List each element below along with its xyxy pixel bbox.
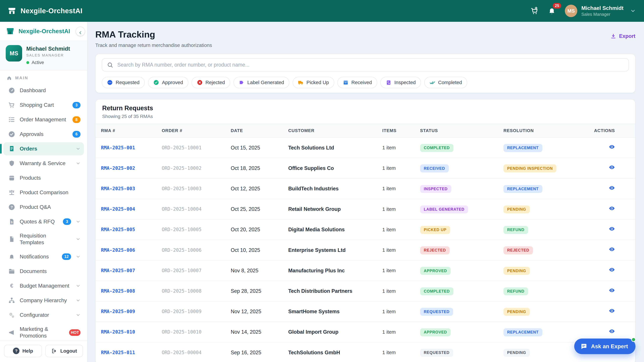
rma-number-link[interactable]: RMA-2025-005 xyxy=(101,227,162,232)
status-badge: APPROVED xyxy=(420,267,451,275)
view-details-eye-icon[interactable] xyxy=(609,205,615,212)
column-header-date: DATE xyxy=(231,128,288,133)
sidebar-footer: ? Help Logout xyxy=(0,340,87,362)
sidebar-item-dashboard[interactable]: Dashboard xyxy=(3,84,84,97)
profile-name: Michael Schmidt xyxy=(26,45,70,52)
sidebar-item-product-comparison[interactable]: Product Comparison xyxy=(3,186,84,199)
filter-chip-inspected[interactable]: Inspected xyxy=(380,77,421,88)
resolution-badge: PENDING xyxy=(504,205,530,214)
resolution-badge: PENDING xyxy=(504,308,530,316)
customer-name: Tech Distribution Partners xyxy=(288,288,382,294)
filter-chip-rejected[interactable]: Rejected xyxy=(192,77,230,88)
sidebar-item-approvals[interactable]: Approvals6 xyxy=(3,128,84,141)
main-content: RMA Tracking Track and manage return mer… xyxy=(88,22,644,362)
export-button[interactable]: Export xyxy=(610,33,635,39)
sidebar-collapse-button[interactable] xyxy=(76,27,85,36)
rma-number-link[interactable]: RMA-2025-004 xyxy=(101,206,162,212)
view-details-eye-icon[interactable] xyxy=(609,185,615,191)
sidebar-item-notifications[interactable]: Notifications12 xyxy=(3,250,84,263)
rma-date: Oct 10, 2025 xyxy=(231,247,288,253)
sidebar-item-products[interactable]: Products xyxy=(3,171,84,185)
filter-chip-label: Approved xyxy=(162,80,183,85)
rma-number-link[interactable]: RMA-2025-007 xyxy=(101,268,162,273)
avatar: MS xyxy=(565,5,577,17)
rma-number-link[interactable]: RMA-2025-011 xyxy=(101,350,162,355)
rma-number-link[interactable]: RMA-2025-002 xyxy=(101,165,162,171)
customer-name: Global Import Group xyxy=(288,329,382,335)
resolution-badge: REPLACEMENT xyxy=(504,185,542,193)
folder-icon xyxy=(8,268,15,275)
resolution-badge: PENDING xyxy=(504,267,530,275)
view-details-eye-icon[interactable] xyxy=(609,164,615,170)
table-row: RMA-2025-010ORD-2025-10010Nov 14, 2025Gl… xyxy=(96,322,635,343)
view-details-eye-icon[interactable] xyxy=(609,328,615,334)
sidebar-item-label: Configurator xyxy=(20,312,71,319)
store-icon xyxy=(6,27,15,36)
filter-chip-label: Rejected xyxy=(206,80,225,85)
sidebar-item-label: Product Comparison xyxy=(20,189,81,196)
page-header: RMA Tracking Track and manage return mer… xyxy=(95,29,635,48)
sidebar-item-configurator[interactable]: ⚙⚙Configurator xyxy=(3,308,84,322)
resolution-badge: REFUND xyxy=(504,226,528,234)
help-button[interactable]: ? Help xyxy=(4,345,42,357)
table-row: RMA-2025-005ORD-2025-10005Oct 20, 2025Di… xyxy=(96,220,635,240)
view-details-eye-icon[interactable] xyxy=(609,226,615,232)
status-badge: REJECTED xyxy=(420,246,450,254)
sidebar-item-marketing-promotions[interactable]: Marketing & PromotionsHOT xyxy=(3,323,84,340)
sidebar-item-requisition-templates[interactable]: Requisition Templates xyxy=(3,230,84,249)
filter-chip-requested[interactable]: Requested xyxy=(102,77,145,88)
topbar-actions: 25 MS Michael Schmidt Sales Manager xyxy=(530,5,636,17)
filter-chip-label-generated[interactable]: Label Generated xyxy=(234,77,289,88)
rma-date: Sep 16, 2025 xyxy=(231,350,288,356)
logout-button[interactable]: Logout xyxy=(45,345,83,357)
view-details-eye-icon[interactable] xyxy=(609,246,615,252)
filter-chip-received[interactable]: Received xyxy=(338,77,377,88)
sidebar-item-product-q-a[interactable]: ?Product Q&A xyxy=(3,200,84,214)
ask-expert-button[interactable]: Ask an Expert xyxy=(574,339,636,354)
table-column-headers: RMA #ORDER #DATECUSTOMERITEMSSTATUSRESOL… xyxy=(96,124,635,138)
sidebar-item-orders[interactable]: Orders xyxy=(3,142,84,155)
table-row: RMA-2025-004ORD-2025-10004Oct 25, 2025Re… xyxy=(96,199,635,220)
notifications-bell-icon[interactable]: 25 xyxy=(548,7,556,15)
user-menu[interactable]: MS Michael Schmidt Sales Manager xyxy=(565,5,636,17)
items-count: 1 item xyxy=(382,247,420,253)
filter-chip-picked-up[interactable]: Picked Up xyxy=(293,77,334,88)
table-row: RMA-2025-007ORD-2025-10007Nov 8, 2025Man… xyxy=(96,260,635,281)
search-input[interactable] xyxy=(117,62,624,68)
sidebar-item-documents[interactable]: Documents xyxy=(3,265,84,278)
customer-name: TechSolutions GmbH xyxy=(288,350,382,356)
box-icon xyxy=(8,174,15,182)
filter-chip-completed[interactable]: Completed xyxy=(424,77,467,88)
sidebar-item-budget-management[interactable]: €Budget Management xyxy=(3,279,84,292)
chevron-down-icon xyxy=(76,219,80,224)
filter-chip-label: Inspected xyxy=(394,80,416,85)
rma-number-link[interactable]: RMA-2025-003 xyxy=(101,186,162,191)
view-details-eye-icon[interactable] xyxy=(609,267,615,273)
rma-number-link[interactable]: RMA-2025-001 xyxy=(101,145,162,150)
items-count: 1 item xyxy=(382,206,420,212)
rma-number-link[interactable]: RMA-2025-008 xyxy=(101,288,162,294)
sidebar-item-quotes-rfq[interactable]: $Quotes & RFQ3 xyxy=(3,215,84,228)
view-details-eye-icon[interactable] xyxy=(609,308,615,314)
view-details-eye-icon[interactable] xyxy=(609,287,615,294)
sidebar-item-company-hierarchy[interactable]: Company Hierarchy xyxy=(3,294,84,307)
sidebar-item-order-management[interactable]: Order Management8 xyxy=(3,113,84,126)
rma-number-link[interactable]: RMA-2025-010 xyxy=(101,329,162,335)
sidebar-item-label: Marketing & Promotions xyxy=(20,326,65,339)
column-header-items: ITEMS xyxy=(382,128,420,133)
table-row: RMA-2025-003ORD-2025-10003Oct 12, 2025Bu… xyxy=(96,178,635,199)
count-badge: 3 xyxy=(72,102,81,108)
status-filter-chips: RequestedApprovedRejectedLabel Generated… xyxy=(102,77,629,88)
logout-icon xyxy=(51,348,58,354)
view-details-eye-icon[interactable] xyxy=(609,144,615,150)
cart-plus-icon[interactable] xyxy=(530,7,539,15)
rma-number-link[interactable]: RMA-2025-006 xyxy=(101,247,162,253)
items-count: 1 item xyxy=(382,227,420,232)
sidebar-item-shopping-cart[interactable]: Shopping Cart3 xyxy=(3,98,84,112)
filter-chip-approved[interactable]: Approved xyxy=(148,77,188,88)
rma-number-link[interactable]: RMA-2025-009 xyxy=(101,309,162,314)
status-badge: REQUESTED xyxy=(420,308,453,316)
count-badge: 12 xyxy=(62,253,71,260)
sidebar-item-warranty-service[interactable]: Warranty & Service xyxy=(3,157,84,170)
sidebar-item-label: Company Hierarchy xyxy=(20,297,71,304)
